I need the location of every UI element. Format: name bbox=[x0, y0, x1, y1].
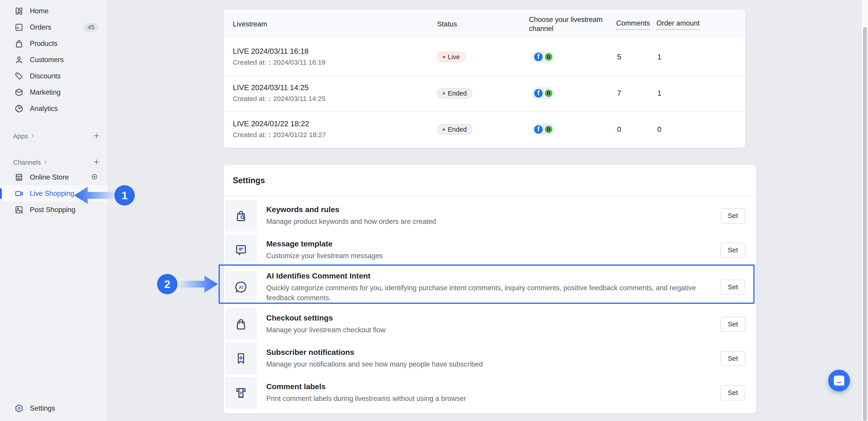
table-header: Livestream Status Choose your livestream… bbox=[224, 9, 745, 39]
status-badge: Live bbox=[437, 52, 465, 62]
settings-row-message-template[interactable]: Message template Customize your livestre… bbox=[224, 233, 756, 267]
channel-icons: fB bbox=[532, 88, 555, 99]
settings-row-ai-identifies-comment-intent[interactable]: AI AI Identifies Comment Intent Quickly … bbox=[224, 267, 756, 307]
chevron-right-icon bbox=[30, 133, 35, 139]
livestream-title: LIVE 2024/01/22 18:22 bbox=[233, 120, 437, 128]
comments-count: 0 bbox=[616, 125, 656, 134]
sidebar-item-label: Settings bbox=[30, 404, 98, 413]
channel-icons: fB bbox=[532, 124, 555, 135]
order-amount: 0 bbox=[656, 125, 736, 134]
step1-arrow-left-icon bbox=[73, 184, 114, 207]
sidebar-item-label: Online Store bbox=[30, 173, 90, 181]
livestream-row[interactable]: LIVE 2024/03/11 16:18 Created at:：2024/0… bbox=[224, 39, 745, 75]
livestream-created-at: Created at:：2024/03/11 14:25 bbox=[233, 94, 437, 103]
livestream-title: LIVE 2024/03/11 14:25 bbox=[233, 83, 437, 92]
channels-section-label: Channels bbox=[13, 159, 41, 166]
settings-row-description: Quickly categorize comments for you, ide… bbox=[266, 283, 705, 303]
set-button[interactable]: Set bbox=[720, 317, 745, 332]
livestream-row[interactable]: LIVE 2024/01/22 18:22 Created at:：2024/0… bbox=[224, 111, 745, 147]
settings-row-title: AI Identifies Comment Intent bbox=[266, 271, 711, 280]
sidebar-item-customers[interactable]: Customers bbox=[0, 52, 107, 68]
orders-icon bbox=[14, 22, 24, 32]
sidebar-item-label: Discounts bbox=[30, 72, 98, 80]
storefront-icon bbox=[14, 172, 24, 182]
status-dot-icon bbox=[442, 56, 445, 58]
sidebar-item-label: Home bbox=[30, 7, 98, 15]
step1-annotation-badge: 1 bbox=[114, 185, 135, 205]
facebook-icon: f bbox=[533, 125, 544, 134]
sidebar-item-orders[interactable]: Orders 45 bbox=[0, 19, 107, 35]
home-icon bbox=[14, 6, 24, 16]
add-app-button[interactable] bbox=[93, 132, 100, 140]
facebook-icon: f bbox=[533, 52, 544, 62]
bag-search-icon bbox=[225, 200, 257, 231]
column-header-comments[interactable]: Comments bbox=[616, 19, 650, 30]
sidebar-item-online-store[interactable]: Online Store bbox=[0, 169, 107, 186]
chat-support-button[interactable] bbox=[828, 370, 850, 391]
chat-bubble-icon bbox=[834, 376, 844, 386]
sidebar-item-marketing[interactable]: Marketing bbox=[0, 84, 107, 100]
sidebar-section-channels[interactable]: Channels bbox=[0, 156, 107, 169]
sidebar-item-analytics[interactable]: Analytics bbox=[0, 100, 107, 117]
settings-row-description: Customize your livestream messages bbox=[266, 251, 711, 261]
scrollbar-thumb[interactable] bbox=[863, 27, 867, 421]
status-badge: Ended bbox=[437, 124, 472, 135]
sidebar: Home Orders 45 Products Customers Disc bbox=[0, 0, 108, 421]
video-camera-icon bbox=[14, 189, 24, 198]
set-button[interactable]: Set bbox=[720, 280, 745, 295]
sidebar-item-discounts[interactable]: Discounts bbox=[0, 68, 107, 84]
sidebar-section-apps[interactable]: Apps bbox=[0, 129, 107, 143]
settings-row-comment-labels[interactable]: Comment labels Print comment labels duri… bbox=[224, 376, 756, 410]
comments-count: 7 bbox=[616, 89, 656, 98]
bookmark-plus-icon bbox=[225, 343, 257, 374]
sidebar-item-label: Orders bbox=[30, 23, 84, 31]
column-header-status: Status bbox=[437, 20, 529, 29]
settings-card-title: Settings bbox=[224, 165, 756, 196]
settings-row-title: Checkout settings bbox=[266, 314, 711, 322]
order-amount: 1 bbox=[656, 89, 736, 98]
page-title: Recent livestream events bbox=[224, 0, 332, 2]
settings-row-subscriber-notifications[interactable]: Subscriber notifications Manage your not… bbox=[224, 341, 756, 376]
sidebar-item-products[interactable]: Products bbox=[0, 35, 107, 52]
livestream-created-at: Created at:：2024/01/22 18:27 bbox=[233, 130, 437, 139]
add-channel-button[interactable] bbox=[93, 158, 100, 167]
checkout-bag-icon bbox=[225, 308, 257, 340]
set-button[interactable]: Set bbox=[720, 351, 745, 366]
message-template-icon bbox=[225, 234, 257, 266]
apps-section-label: Apps bbox=[13, 133, 28, 140]
settings-row-description: Manage your livestream checkout flow bbox=[266, 325, 711, 335]
settings-row-checkout-settings[interactable]: Checkout settings Manage your livestream… bbox=[224, 307, 756, 341]
settings-row-description: Print comment labels during livestreams … bbox=[266, 394, 711, 403]
settings-row-title: Keywords and rules bbox=[266, 205, 711, 214]
settings-card: Settings Keywords and rules Manage produ… bbox=[224, 165, 756, 413]
image-icon bbox=[14, 205, 24, 215]
products-icon bbox=[14, 39, 24, 48]
settings-row-title: Subscriber notifications bbox=[266, 348, 711, 357]
sidebar-item-settings[interactable]: Settings bbox=[0, 400, 107, 417]
sidebar-item-home[interactable]: Home bbox=[0, 3, 107, 19]
order-amount: 1 bbox=[656, 53, 736, 61]
column-header-channel: Choose your livestream channel bbox=[529, 15, 608, 33]
set-button[interactable]: Set bbox=[720, 385, 745, 400]
view-store-eye-icon[interactable] bbox=[90, 173, 98, 182]
sidebar-item-label: Customers bbox=[30, 56, 98, 64]
b-channel-icon: B bbox=[544, 89, 553, 98]
set-button[interactable]: Set bbox=[720, 208, 745, 223]
set-button[interactable]: Set bbox=[720, 242, 745, 258]
customers-icon bbox=[14, 55, 24, 65]
channel-icons: fB bbox=[532, 51, 555, 63]
marketing-icon bbox=[14, 88, 24, 97]
status-badge: Ended bbox=[437, 88, 472, 98]
livestream-events-card: Livestream Status Choose your livestream… bbox=[224, 9, 745, 148]
livestream-title: LIVE 2024/03/11 16:18 bbox=[233, 47, 437, 56]
analytics-icon bbox=[14, 104, 24, 114]
chevron-right-icon bbox=[43, 159, 48, 165]
sidebar-item-label: Products bbox=[30, 39, 98, 47]
settings-row-keywords-and-rules[interactable]: Keywords and rules Manage product keywor… bbox=[224, 198, 756, 233]
scrollbar-track[interactable] bbox=[862, 0, 868, 421]
livestream-row[interactable]: LIVE 2024/03/11 14:25 Created at:：2024/0… bbox=[224, 75, 745, 111]
ai-bubble-icon: AI bbox=[225, 271, 257, 303]
settings-row-description: Manage your notifications and see how ma… bbox=[266, 359, 711, 369]
step2-arrow-right-icon bbox=[180, 273, 219, 295]
column-header-order-amount[interactable]: Order amount bbox=[656, 19, 700, 30]
